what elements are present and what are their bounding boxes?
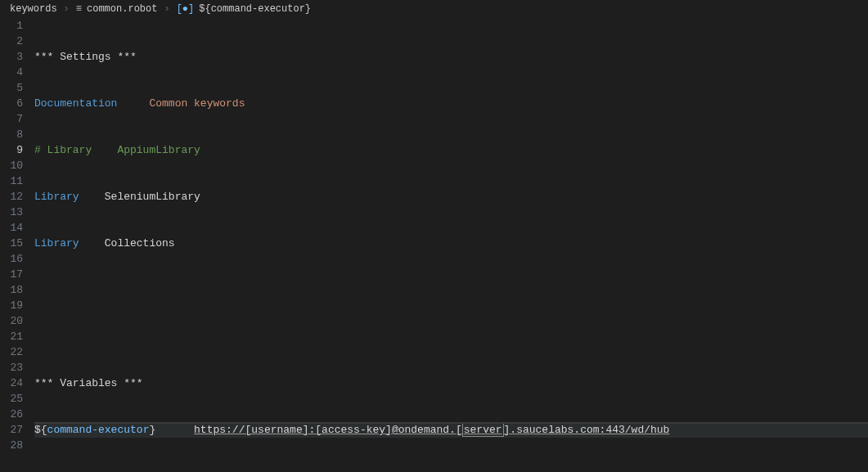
code-token	[117, 97, 149, 110]
line-number: 24	[0, 375, 23, 391]
line-number: 9	[0, 142, 23, 158]
line-number: 21	[0, 329, 23, 344]
code-line[interactable]	[34, 282, 868, 298]
code-line[interactable]	[34, 329, 868, 344]
line-number: 7	[0, 111, 23, 127]
line-number: 14	[0, 220, 23, 236]
line-number: 1	[0, 18, 23, 34]
line-number: 3	[0, 49, 23, 65]
code-token: # Library AppiumLibrary	[34, 144, 200, 156]
line-number: 17	[0, 267, 23, 282]
code-token: Library	[34, 191, 79, 203]
line-number: 20	[0, 313, 23, 329]
code-token: ${	[34, 424, 47, 436]
line-number: 18	[0, 282, 23, 298]
code-line[interactable]	[34, 469, 868, 472]
variable-icon: [●]	[177, 3, 195, 15]
breadcrumb-file[interactable]: common.robot	[87, 3, 157, 15]
code-token: Library	[34, 237, 79, 249]
line-number: 5	[0, 80, 23, 96]
line-number: 22	[0, 344, 23, 360]
code-token: command-executor	[47, 424, 150, 436]
code-line[interactable]: *** Variables ***	[34, 375, 868, 391]
line-number: 27	[0, 422, 23, 438]
code-token: *** Variables ***	[34, 377, 143, 389]
code-token	[155, 424, 194, 436]
line-number: 23	[0, 360, 23, 375]
code-line[interactable]: # Library AppiumLibrary	[34, 142, 868, 158]
line-number: 16	[0, 251, 23, 267]
line-number: 4	[0, 65, 23, 80]
code-token: server	[462, 423, 504, 437]
line-number: 11	[0, 173, 23, 189]
code-line[interactable]: ${command-executor} https://[username]:[…	[34, 422, 868, 438]
code-token: *** Settings ***	[34, 51, 137, 63]
code-token: Common keywords	[149, 97, 245, 110]
code-line[interactable]: Library Collections	[34, 236, 868, 251]
line-number: 15	[0, 236, 23, 251]
chevron-right-icon: ›	[64, 3, 70, 15]
line-number: 10	[0, 158, 23, 173]
code-token: [	[456, 424, 462, 436]
code-token: https://[username]:[access-key]@ondemand…	[194, 424, 456, 436]
file-icon: ≡	[76, 3, 82, 15]
breadcrumb[interactable]: keywords › ≡ common.robot › [●] ${comman…	[0, 0, 868, 18]
code-token: SeleniumLibrary	[79, 191, 200, 203]
line-number: 2	[0, 34, 23, 49]
code-line[interactable]: Documentation Common keywords	[34, 96, 868, 111]
code-line[interactable]: *** Settings ***	[34, 49, 868, 65]
line-number: 12	[0, 189, 23, 205]
line-number: 25	[0, 391, 23, 407]
code-line[interactable]: Library SeleniumLibrary	[34, 189, 868, 205]
line-number: 26	[0, 407, 23, 422]
line-number: 8	[0, 127, 23, 142]
line-number: 6	[0, 96, 23, 111]
code-token: .saucelabs.com:443/wd/hub	[510, 424, 669, 436]
code-token: Documentation	[34, 97, 117, 110]
line-number-gutter: 1 2 3 4 5 6 7 8 9 10 11 12 13 14 15 16 1…	[0, 18, 34, 472]
line-number: 28	[0, 438, 23, 453]
code-token: Collections	[79, 237, 175, 249]
line-number: 13	[0, 205, 23, 220]
code-editor[interactable]: 1 2 3 4 5 6 7 8 9 10 11 12 13 14 15 16 1…	[0, 18, 868, 472]
chevron-right-icon: ›	[164, 3, 169, 15]
line-number: 19	[0, 298, 23, 313]
breadcrumb-symbol[interactable]: ${command-executor}	[199, 3, 311, 15]
breadcrumb-root[interactable]: keywords	[10, 3, 57, 15]
code-area[interactable]: *** Settings *** Documentation Common ke…	[34, 18, 868, 472]
